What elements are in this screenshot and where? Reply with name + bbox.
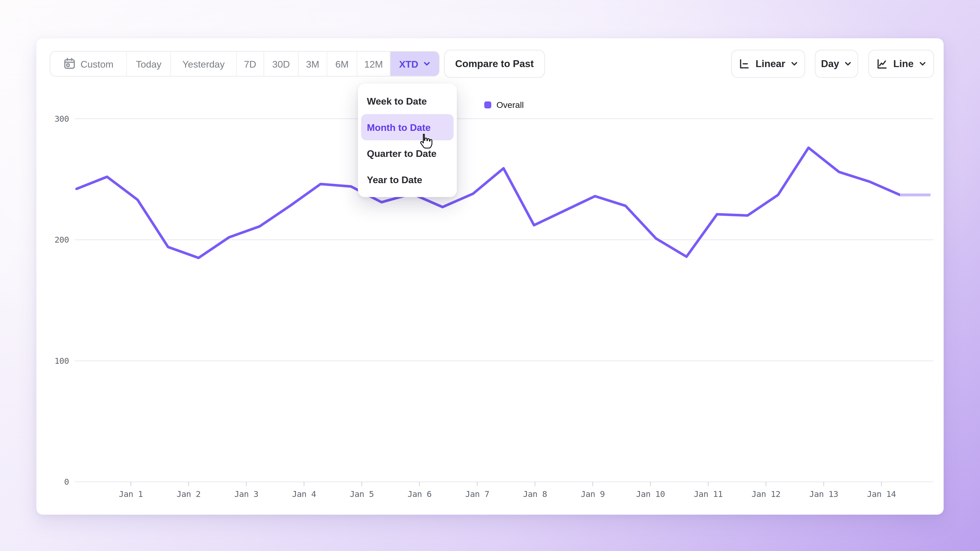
x-axis-label: Jan 9 xyxy=(581,489,605,499)
x-axis-label: Jan 5 xyxy=(350,489,374,499)
x-axis-label: Jan 14 xyxy=(867,489,896,499)
date-options-menu: Week to DateMonth to DateQuarter to Date… xyxy=(358,84,457,197)
x-axis-label: Jan 2 xyxy=(177,489,200,499)
x-axis-label: Jan 7 xyxy=(465,489,489,499)
menu-item-month-to-date[interactable]: Month to Date xyxy=(361,114,454,141)
x-axis-label: Jan 11 xyxy=(694,489,723,499)
screen-background: CustomTodayYesterday7D30D3M6M12MXTD Comp… xyxy=(0,0,980,551)
x-axis-label: Jan 12 xyxy=(752,489,780,499)
menu-item-year-to-date[interactable]: Year to Date xyxy=(358,167,457,193)
menu-item-week-to-date[interactable]: Week to Date xyxy=(358,88,457,114)
x-axis-label: Jan 4 xyxy=(292,489,316,499)
x-axis-label: Jan 10 xyxy=(636,489,665,499)
x-axis-label: Jan 6 xyxy=(407,489,431,499)
y-axis-label: 0 xyxy=(64,477,69,487)
x-axis-label: Jan 13 xyxy=(809,489,838,499)
cursor-pointer-icon xyxy=(417,133,434,151)
line-chart[interactable]: 3002001000Jan 1Jan 2Jan 3Jan 4Jan 5Jan 6… xyxy=(37,38,944,515)
y-axis-label: 200 xyxy=(55,235,69,245)
y-axis-label: 300 xyxy=(55,114,69,124)
x-axis-label: Jan 8 xyxy=(523,489,547,499)
menu-item-quarter-to-date[interactable]: Quarter to Date xyxy=(358,140,457,167)
x-axis-label: Jan 1 xyxy=(119,489,143,499)
y-axis-label: 100 xyxy=(55,356,69,366)
series-line-overall xyxy=(76,148,900,258)
insight-card: CustomTodayYesterday7D30D3M6M12MXTD Comp… xyxy=(37,38,944,515)
x-axis-label: Jan 3 xyxy=(234,489,258,499)
